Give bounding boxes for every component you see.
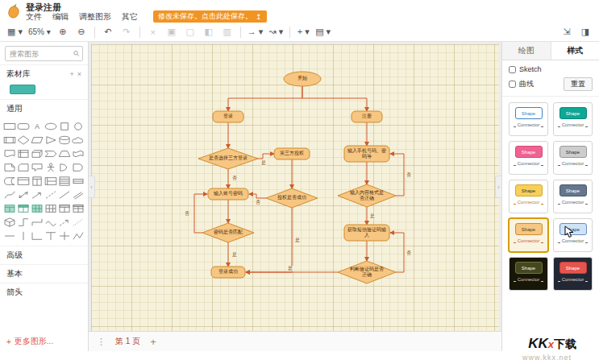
node-choose-third-party[interactable]: 是否选择三方登录 [204,148,252,169]
style-preset-pink[interactable]: ShapeConnector [509,141,548,175]
waypoint-style-button[interactable]: ↝ ▾ [266,25,285,39]
ellipse-icon[interactable] [44,121,58,131]
undo-button[interactable]: ↶ [99,25,117,39]
node-format-correct[interactable]: 输入内容格式是否正确 [350,184,384,207]
menu-edit[interactable]: 编辑 [52,11,69,23]
library-add-icon[interactable]: + [69,70,73,78]
tab-style[interactable]: 样式 [551,42,599,60]
data-storage-icon[interactable] [3,176,17,186]
node-sms-code-correct[interactable]: 判断验证码是否正确 [348,261,385,283]
style-preset-blue-outline[interactable]: ShapeConnector [509,102,548,136]
section-general[interactable]: 通用 [0,99,88,118]
tab-diagram[interactable]: 绘图 [502,42,551,60]
square-icon[interactable] [57,121,71,131]
style-preset-teal[interactable]: ShapeConnector [553,102,593,136]
style-preset-dark-red[interactable]: ShapeConnector [553,257,593,291]
menu-arrange-shapes[interactable]: 调整图形 [79,11,111,23]
cube-icon[interactable] [31,148,44,159]
list-item-icon[interactable] [71,176,85,186]
node-auth-success[interactable]: 授权是否成功 [268,188,316,208]
dotted-line-icon[interactable] [71,217,85,227]
wave-line-icon[interactable] [44,217,58,227]
zoom-select[interactable]: 65% ▾ [26,25,53,39]
elbow-connector-icon[interactable] [17,217,31,227]
matrix-green-icon[interactable] [31,203,44,213]
section-advanced[interactable]: 高级 [0,246,88,264]
container-icon[interactable] [17,176,31,186]
vertical-pool-icon[interactable] [31,176,44,186]
dashed-arrow-icon[interactable] [57,217,71,227]
note-icon[interactable] [3,162,17,172]
cloud-icon[interactable] [71,134,85,145]
step-icon[interactable] [44,148,58,159]
library-close-icon[interactable]: × [77,70,81,78]
section-arrows[interactable]: 箭头 [0,283,88,301]
style-preset-slate[interactable]: ShapeConnector [553,180,593,213]
isometric-cube-icon[interactable] [3,217,17,227]
vertical-line-icon[interactable] [17,230,31,241]
process-icon[interactable] [3,134,17,145]
node-login[interactable]: 登录 [213,111,243,122]
horizontal-line-icon[interactable] [3,230,17,241]
diamond-icon[interactable] [17,134,31,145]
rounded-rectangle-icon[interactable] [17,121,31,131]
arrow-icon[interactable] [31,189,44,200]
page-tab[interactable]: 第 1 页 [115,336,140,347]
table-green-icon[interactable] [3,203,17,213]
document-icon[interactable] [3,148,17,159]
zigzag-line-icon[interactable] [71,230,85,241]
more-shapes-link[interactable]: + 更多图形... [0,333,88,351]
library-shape-preview[interactable] [10,85,35,94]
style-preset-dark-olive[interactable]: ShapeConnector [509,257,548,291]
link-icon[interactable] [71,189,85,200]
style-preset-gray[interactable]: ShapeConnector [553,141,593,175]
triangle-icon[interactable] [44,134,58,145]
circle-icon[interactable] [71,121,85,131]
view-mode-button[interactable]: ▦ ▾ [5,25,25,39]
or-icon[interactable] [57,162,71,172]
table-title-green-icon[interactable] [17,203,31,213]
menu-file[interactable]: 文件 [26,11,42,23]
connection-style-button[interactable]: → ▾ [245,25,266,39]
sidebar-collapse-handle[interactable]: ‹ [89,176,95,198]
horizontal-pool-icon[interactable] [44,176,58,186]
node-get-sms-code[interactable]: 获取短信验证码输入 [347,225,387,241]
style-preset-orange-sketch[interactable]: ShapeConnector [509,218,548,252]
card-icon[interactable] [17,162,31,172]
style-preset-yellow[interactable]: ShapeConnector [509,180,548,213]
section-basic[interactable]: 基本 [0,264,88,283]
tee-line-icon[interactable] [44,230,58,241]
cross-line-icon[interactable] [57,230,71,241]
node-password-match[interactable]: 密码是否匹配 [204,223,252,242]
cylinder-icon[interactable] [57,134,71,145]
node-register[interactable]: 注册 [351,111,382,122]
vertical-elbow-connector-icon[interactable] [31,217,44,227]
node-start[interactable]: 开始 [284,72,321,86]
bidirectional-arrow-icon[interactable] [17,189,31,200]
grid-title-icon[interactable] [57,203,71,213]
dashed-line-icon[interactable] [44,189,58,200]
toggle-format-panel-button[interactable]: ◨ [576,25,594,39]
canvas[interactable]: 开始登录注册是否选择三方登录第三方授权输入账号密码授权是否成功密码是否匹配登录成… [89,42,501,331]
line-icon[interactable] [57,189,71,200]
node-third-party-auth[interactable]: 第三方授权 [274,148,310,159]
add-page-button[interactable]: + [150,336,156,348]
tape-icon[interactable] [71,148,85,159]
parallelogram-icon[interactable] [31,134,44,145]
text-icon[interactable]: A [31,121,44,131]
internal-storage-icon[interactable] [17,148,31,159]
fullscreen-button[interactable]: ⇲ [558,25,576,39]
grid-icon[interactable] [44,203,58,213]
corner-line-icon[interactable] [31,230,44,241]
rectangle-icon[interactable] [3,121,17,131]
search-input[interactable] [8,49,72,59]
curve-checkbox[interactable] [509,81,516,88]
curve-icon[interactable] [3,189,17,200]
pages-menu-icon[interactable]: ⋮ [97,337,106,347]
trapezoid-icon[interactable] [57,148,71,159]
table-button[interactable]: ▤ ▾ [313,25,333,39]
callout-icon[interactable] [31,162,44,172]
node-input-phone[interactable]: 输入手机号码、密码等 [347,146,387,162]
reset-style-button[interactable]: 重置 [564,77,593,91]
insert-button[interactable]: + ▾ [294,25,312,39]
